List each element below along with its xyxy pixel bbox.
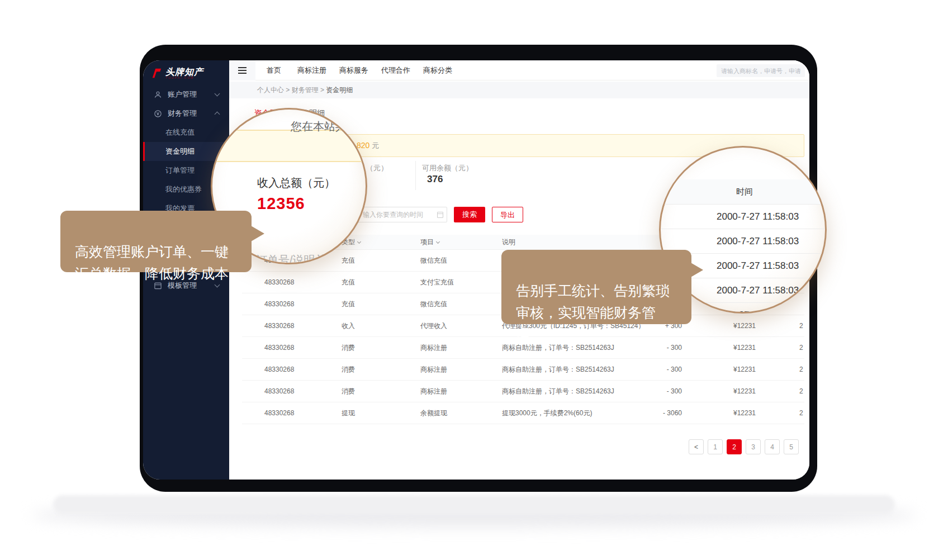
table-row: 48330268提现余额提现提现3000元，手续费2%(60元)- 3060¥1… [242, 402, 804, 424]
sidebar-item-label: 资金明细 [165, 146, 195, 156]
cell-balance: ¥12231 [682, 344, 756, 352]
cell-project: 微信充值 [420, 256, 502, 265]
time-cell: 2000-7-27 11:58:03 [661, 205, 827, 229]
chevron-up-icon [215, 112, 220, 117]
nav-home[interactable]: 首页 [267, 60, 281, 80]
cell-amount: - 3060 [658, 409, 682, 417]
cell-project: 代理收入 [420, 321, 502, 331]
table-row: 48330268消费商标注册商标自助注册，订单号：SB2514263J- 300… [242, 381, 804, 402]
sort-caret-icon [357, 239, 361, 243]
cell-type: 消费 [342, 387, 420, 396]
cell-type: 充值 [342, 278, 420, 287]
balance-label: 可用余额（元） [422, 163, 473, 173]
breadcrumb-current: 资金明细 [326, 86, 353, 94]
trademark-search-input[interactable] [717, 64, 805, 77]
cell-type: 消费 [342, 365, 420, 374]
wallet-icon [153, 109, 162, 118]
cell-project: 商标注册 [420, 365, 502, 374]
cell-order: 48330268 [242, 409, 342, 417]
cell-project: 支付宝充值 [420, 278, 502, 287]
sort-caret-icon [436, 239, 440, 243]
sidebar-item-label: 订单管理 [165, 165, 195, 175]
search-button[interactable]: 搜索 [454, 207, 485, 222]
table-row: 48330268消费商标注册商标自助注册，订单号：SB2514263J- 300… [242, 359, 804, 381]
sidebar-item-label: 我的优惠券 [165, 184, 202, 194]
logo: 头牌知产 TOUPAI.COM [143, 60, 229, 85]
cell-desc: 商标自助注册，订单号：SB2514263J [502, 365, 658, 374]
cell-time: 2 [756, 366, 804, 373]
sidebar-item-online-recharge[interactable]: 在线充值 [143, 123, 229, 142]
income-total-label: 收入总额（元） [257, 175, 335, 191]
cell-balance: ¥12231 [682, 366, 756, 373]
nav-trademark-register[interactable]: 商标注册 [297, 60, 326, 80]
cell-order: 48330268 [242, 300, 342, 308]
sidebar-item-label: 财务管理 [168, 108, 197, 118]
banner-amount-fragment: 820 [357, 141, 369, 150]
header-project[interactable]: 项目 [420, 238, 502, 247]
cell-project: 微信充值 [420, 300, 502, 309]
breadcrumb-prefix: 个人中心 > 财务管理 > [257, 86, 326, 94]
cell-project: 商标注册 [420, 343, 502, 353]
stat-divider [415, 161, 416, 190]
pagination: < 1 2 3 4 5 [689, 439, 799, 454]
nav-agent-cooperation[interactable]: 代理合作 [381, 60, 410, 80]
balance-value: 376 [427, 174, 443, 185]
callout-left: 高效管理账户订单、一键 汇总数据，降低财务成本 [60, 211, 252, 272]
cell-desc: 提现3000元，手续费2%(60元) [502, 409, 658, 418]
income-total-value: 12356 [257, 194, 305, 213]
export-button[interactable]: 导出 [492, 207, 523, 222]
logo-text: 头牌知产 [165, 68, 203, 76]
menu-icon [238, 70, 247, 71]
cell-balance: ¥12231 [682, 387, 756, 395]
header-type[interactable]: 类型 [342, 238, 420, 247]
cell-time: 2 [756, 409, 804, 417]
nav-trademark-service[interactable]: 商标服务 [339, 60, 368, 80]
sidebar-item-finance[interactable]: 财务管理 [143, 104, 229, 123]
pagination-page-5[interactable]: 5 [784, 439, 799, 454]
stat-mid-label-fragment: （元） [366, 163, 388, 173]
cell-type: 充值 [342, 300, 420, 309]
time-column-header: 时间 [661, 179, 827, 205]
banner-unit: 元 [372, 141, 379, 150]
callout-left-text: 高效管理账户订单、一键 汇总数据，降低财务成本 [75, 244, 229, 281]
user-icon [153, 90, 162, 99]
cell-order: 48330268 [242, 322, 342, 330]
cell-time: 2 [756, 322, 804, 330]
cell-time: 2 [756, 387, 804, 395]
pagination-page-4[interactable]: 4 [765, 439, 780, 454]
pagination-page-2-active[interactable]: 2 [727, 439, 742, 454]
hamburger-menu-button[interactable] [229, 60, 255, 80]
laptop-base [53, 495, 895, 514]
cell-type: 提现 [342, 409, 420, 418]
cell-desc: 商标自助注册，订单号：SB2514263J [502, 387, 658, 396]
cell-amount: - 300 [658, 366, 682, 373]
topbar: 首页 商标注册 商标服务 代理合作 商标分类 [229, 60, 809, 80]
breadcrumb: 个人中心 > 财务管理 > 资金明细 [229, 82, 809, 98]
pagination-page-3[interactable]: 3 [746, 439, 761, 454]
cell-time: 2 [756, 344, 804, 352]
nav-trademark-category[interactable]: 商标分类 [423, 60, 452, 80]
pagination-page-1[interactable]: 1 [708, 439, 723, 454]
chevron-down-icon [215, 91, 220, 97]
cell-project: 商标注册 [420, 387, 502, 396]
cell-order: 48330268 [242, 278, 342, 286]
cell-balance: ¥12231 [682, 322, 756, 330]
callout-arrow-icon [251, 226, 264, 241]
callout-arrow-icon [690, 262, 703, 278]
cell-amount: - 300 [658, 344, 682, 352]
cell-order: 48330268 [242, 344, 342, 352]
cell-type: 消费 [342, 343, 420, 353]
cell-order: 48330268 [242, 366, 342, 373]
sidebar-item-label: 在线充值 [165, 127, 195, 137]
cell-project: 余额提现 [420, 409, 502, 418]
cell-type: 充值 [342, 256, 420, 265]
pagination-prev-button[interactable]: < [689, 439, 704, 454]
header-desc: 说明 [502, 238, 658, 247]
cell-amount: - 300 [658, 387, 682, 395]
sidebar-item-account[interactable]: 账户管理 [143, 85, 229, 104]
logo-icon [151, 68, 162, 79]
callout-right: 告别手工统计、告别繁琐 审核，实现智能财务管 理。 [501, 250, 691, 324]
sidebar-item-label: 账户管理 [168, 89, 197, 99]
cell-order: 48330268 [242, 387, 342, 395]
date-query-input[interactable] [358, 207, 447, 222]
